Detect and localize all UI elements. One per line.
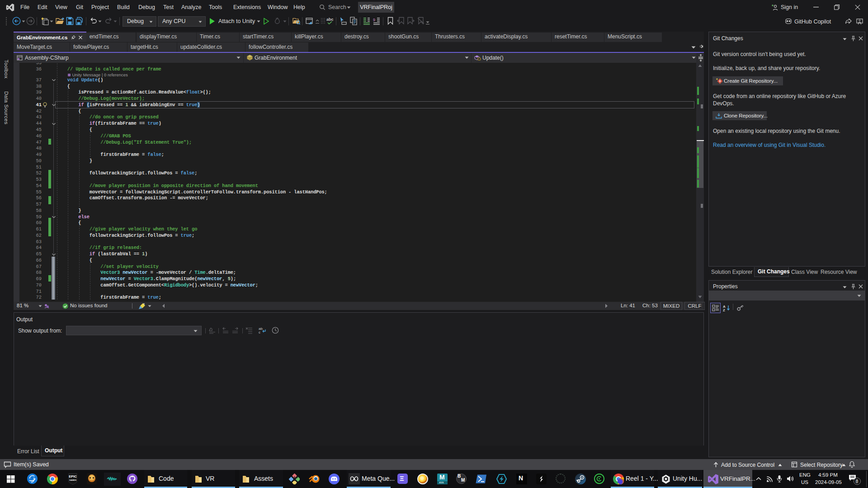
svg-text:c: c <box>259 330 260 334</box>
svg-text:Z: Z <box>723 308 725 312</box>
svg-text:9: 9 <box>373 18 375 22</box>
svg-text:EPIC: EPIC <box>69 474 77 479</box>
svg-text:GAMES: GAMES <box>69 479 76 481</box>
